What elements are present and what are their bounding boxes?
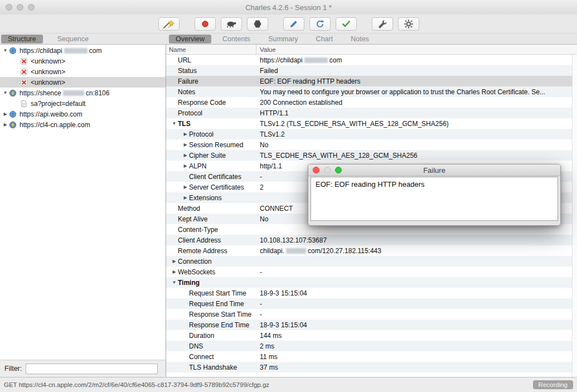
column-header-name[interactable]: Name: [166, 45, 256, 54]
tab-summary[interactable]: Summary: [261, 35, 304, 43]
tabbar: StructureSequence OverviewContentsSummar…: [0, 33, 577, 45]
row-name: Connect: [189, 353, 214, 361]
collapse-arrow-icon[interactable]: ▼: [171, 280, 178, 285]
zoom-button[interactable]: [28, 4, 35, 11]
tree-item[interactable]: ▼https://childapicom: [0, 45, 166, 56]
overview-row-cipher-suite[interactable]: ▶Cipher SuiteTLS_ECDHE_RSA_WITH_AES_128_…: [166, 150, 577, 161]
dialog-zoom-button[interactable]: [335, 167, 342, 173]
error-icon: [20, 68, 29, 76]
overview-row-url[interactable]: URLhttps://childapicom: [166, 55, 577, 65]
collapse-arrow-icon[interactable]: ▼: [2, 48, 9, 53]
expand-arrow-icon[interactable]: ▶: [2, 122, 9, 127]
row-name: Failure: [178, 78, 198, 85]
structure-panel: ▼https://childapicom<unknown><unknown><u…: [0, 45, 166, 377]
row-name: Protocol: [178, 109, 202, 117]
tab-sequence[interactable]: Sequence: [51, 35, 95, 43]
tree-item[interactable]: <unknown>: [0, 77, 166, 88]
lightning-icon: [9, 89, 18, 97]
filter-bar: Filter:: [0, 360, 166, 377]
expand-arrow-icon[interactable]: ▶: [182, 153, 189, 158]
overview-row-timing[interactable]: ▼Timing: [166, 277, 577, 288]
overview-row-session-resumed[interactable]: ▶Session ResumedNo: [166, 139, 577, 150]
tree-item-label: sa?project=default: [31, 100, 85, 108]
overview-row-failure[interactable]: FailureEOF: EOF reading HTTP headers: [166, 76, 577, 86]
overview-row-response-start-time[interactable]: Response Start Time-: [166, 309, 577, 320]
overview-row-websockets[interactable]: ▶WebSockets-: [166, 267, 577, 277]
overview-row-duration[interactable]: Duration144 ms: [166, 330, 577, 341]
expand-arrow-icon[interactable]: ▶: [171, 269, 178, 274]
tools-button[interactable]: [372, 17, 393, 31]
overview-row-connection[interactable]: ▶Connection: [166, 256, 577, 267]
minimize-button[interactable]: [17, 4, 23, 11]
validate-button[interactable]: [336, 17, 357, 31]
tab-structure[interactable]: Structure: [1, 35, 43, 43]
overview-row-request-start-time[interactable]: Request Start Time18-9-3 15:15:04: [166, 288, 577, 298]
tree-item[interactable]: <unknown>: [0, 56, 166, 66]
record-button[interactable]: [195, 17, 216, 31]
row-value: TLS_ECDHE_RSA_WITH_AES_128_GCM_SHA256: [256, 152, 577, 159]
compose-button[interactable]: [283, 17, 304, 31]
row-name: Protocol: [189, 130, 214, 138]
expand-arrow-icon[interactable]: ▶: [182, 142, 189, 147]
tree-item[interactable]: ▶https://cl4-cn.apple.com: [0, 119, 166, 130]
tree-item[interactable]: ▶https://api.weibo.com: [0, 109, 166, 119]
row-value: 11 ms: [256, 353, 577, 361]
overview-row-request-end-time[interactable]: Request End Time-: [166, 298, 577, 309]
broom-button[interactable]: [158, 17, 180, 31]
titlebar: Charles 4.2.6 - Session 1 *: [0, 0, 577, 14]
status-bar: GET https://cl4-cn.apple.com/2/m2/cf/6e/…: [0, 377, 577, 392]
tab-contents[interactable]: Contents: [216, 35, 257, 43]
dialog-close-button[interactable]: [313, 167, 319, 173]
collapse-arrow-icon[interactable]: ▼: [171, 121, 178, 126]
repeat-button[interactable]: [309, 17, 331, 31]
overview-row-tls[interactable]: ▼TLSTLSv1.2 (TLS_ECDHE_RSA_WITH_AES_128_…: [166, 118, 577, 129]
tree-item[interactable]: sa?project=default: [0, 98, 166, 109]
lightning-icon: [9, 121, 18, 129]
overview-row-protocol[interactable]: ▶ProtocolTLSv1.2: [166, 129, 577, 139]
overview-row-client-address[interactable]: Client Address10.108.132.107:53687: [166, 235, 577, 245]
tree-item[interactable]: ▼https://shencecn:8106: [0, 88, 166, 98]
overview-row-protocol[interactable]: ProtocolHTTP/1.1: [166, 108, 577, 118]
close-button[interactable]: [6, 4, 12, 11]
filter-input[interactable]: [26, 364, 158, 374]
expand-arrow-icon[interactable]: ▶: [182, 195, 189, 200]
column-header-value[interactable]: Value: [256, 45, 577, 54]
status-text: GET https://cl4-cn.apple.com/2/m2/cf/6e/…: [4, 381, 269, 388]
expand-arrow-icon[interactable]: ▶: [182, 132, 189, 137]
filter-label: Filter:: [4, 365, 22, 372]
expand-arrow-icon[interactable]: ▶: [2, 112, 9, 117]
tab-chart[interactable]: Chart: [309, 35, 340, 43]
dialog-minimize-button[interactable]: [324, 167, 331, 173]
row-value: EOF: EOF reading HTTP headers: [256, 78, 577, 85]
expand-arrow-icon[interactable]: ▶: [182, 185, 189, 190]
overview-row-status[interactable]: StatusFailed: [166, 65, 577, 76]
expand-arrow-icon[interactable]: ▶: [182, 163, 189, 168]
recording-badge: Recording: [533, 380, 573, 389]
vertical-scrollbar[interactable]: [572, 55, 577, 377]
overview-row-remote-address[interactable]: Remote Addresschildapi.com/120.27.182.11…: [166, 245, 577, 256]
row-name: Session Resumed: [189, 141, 243, 149]
overview-row-notes[interactable]: NotesYou may need to configure your brow…: [166, 86, 577, 97]
tab-notes[interactable]: Notes: [344, 35, 376, 43]
expand-arrow-icon[interactable]: ▶: [171, 259, 178, 264]
collapse-arrow-icon[interactable]: ▼: [2, 90, 9, 95]
overview-row-response-code[interactable]: Response Code200 Connection established: [166, 97, 577, 108]
tab-overview[interactable]: Overview: [169, 35, 211, 43]
compose-icon: [289, 19, 299, 29]
dialog-body: EOF: EOF reading HTTP headers: [308, 176, 560, 221]
overview-row-connect[interactable]: Connect11 ms: [166, 351, 577, 362]
tree-item-label: <unknown>: [31, 68, 65, 76]
tree-item-label: <unknown>: [31, 79, 65, 86]
tree-item-label: https://cl4-cn.apple.com: [20, 121, 90, 129]
tree-item[interactable]: <unknown>: [0, 66, 166, 77]
row-value: 18-9-3 15:15:04: [256, 321, 577, 329]
row-name: ALPN: [189, 162, 206, 170]
overview-row-dns[interactable]: DNS2 ms: [166, 341, 577, 351]
overview-row-tls-handshake[interactable]: TLS Handshake37 ms: [166, 362, 577, 372]
overview-row-response-end-time[interactable]: Response End Time18-9-3 15:15:04: [166, 320, 577, 330]
breakpoints-button[interactable]: [247, 17, 268, 31]
row-name: TLS: [178, 120, 191, 128]
settings-button[interactable]: [398, 17, 419, 31]
throttle-button[interactable]: [221, 17, 242, 31]
row-name: URL: [178, 56, 191, 64]
